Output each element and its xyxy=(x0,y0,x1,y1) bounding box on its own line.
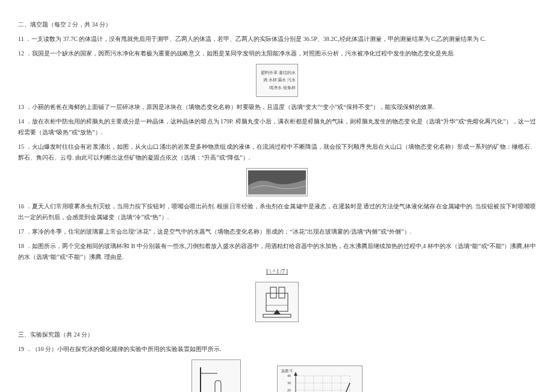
q18: 18 ．如图所示，两个完全相同的玻璃杯/和 B 中分别装有一些水,刀倒扣着放入盛… xyxy=(18,241,536,263)
q13: 13 ．小丽的爸爸在海鲜的上面铺了一层碎冰块，原因是冰块在（填物态变化名称）时要… xyxy=(18,102,536,113)
fig-purifier-wrap: 塑料外罩 凝结的水滴 水杯 漏水 污水 纯净水 收集杯 xyxy=(18,64,536,97)
fig-chart: 40 30 20 10 0 -10 -20 0 2 4 6 8 10 12 温度… xyxy=(277,366,363,392)
q17: 17 ．寒冷的冬季，住宅的玻璃窗上常会出现“冰花”，这是空气中的水蒸气（填物态变… xyxy=(18,226,536,237)
q19-intro: 19 ．（10 分）小明在探究冰的熔化规律的实验中所用的实验装置如图甲所示. xyxy=(18,344,536,355)
q11: 11 ．一支读数为 37.7C 的体温计，没有甩就先后用于测甲、乙两人的体温，若… xyxy=(18,34,536,45)
fig-beaker-wrap xyxy=(18,282,536,322)
svg-rect-11 xyxy=(215,381,221,392)
svg-rect-2 xyxy=(270,287,276,298)
section3-header: 三、实验探究题（共 24 分） xyxy=(18,329,536,340)
svg-text:温度/℃: 温度/℃ xyxy=(281,369,293,373)
svg-rect-3 xyxy=(279,287,285,298)
fig-magma-wrap xyxy=(18,168,536,196)
svg-text:40: 40 xyxy=(287,374,291,378)
fig-beaker xyxy=(255,282,299,322)
q14: 14 ．放在衣柜中防虫用的樟脑丸的主要成分是一种晶体，这种晶体的熔点为 179P… xyxy=(18,116,536,138)
svg-text:30: 30 xyxy=(287,381,291,385)
svg-text:20: 20 xyxy=(287,388,291,392)
svg-rect-5 xyxy=(263,314,291,317)
formula-text: I \ ^ l /7 l xyxy=(266,266,288,277)
fig-apparatus: 甲 xyxy=(191,359,241,392)
q16: 16 ．夏天人们常用喷雾杀虫剂灭蚊，当用力按下按钮时，喷嘴会喷出药剂. 根据日常… xyxy=(18,201,536,223)
q15: 15 ．火山爆发时往往会有岩浆涌出，如图，从火山口涌出的岩浆是多种物质组成的液体… xyxy=(18,142,536,163)
q12: 12 ．我国是一个缺水的国家，因而污水净化有着极为重要的战略意义，如图是某同学发… xyxy=(18,48,536,59)
fig-row-q19: 甲 40 30 xyxy=(18,359,536,392)
fig-purifier: 塑料外罩 凝结的水滴 水杯 漏水 污水 纯净水 收集杯 xyxy=(256,64,298,97)
section2-header: 二、填空题（每空 2 分，共 34 分） xyxy=(18,19,536,30)
q18-formula: I \ ^ l /7 l xyxy=(18,266,536,277)
fig-magma xyxy=(246,168,308,196)
